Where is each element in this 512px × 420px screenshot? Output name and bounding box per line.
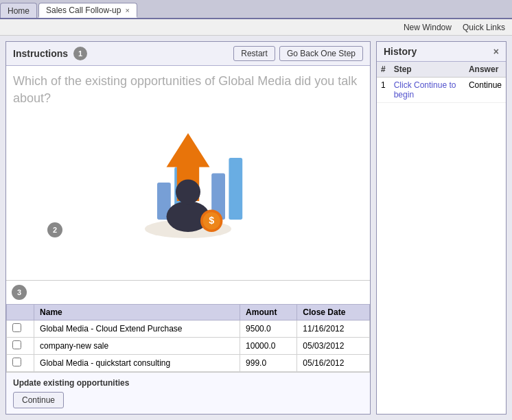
panel-content: Which of the existing opportunities of G… [6,66,370,280]
table-row: company-new sale 10000.0 05/03/2012 [7,338,370,355]
col-checkbox [7,305,34,320]
opportunities-table: Name Amount Close Date Global Media - Cl… [6,304,370,372]
row-1-checkbox[interactable] [12,323,21,332]
question-text: Which of the existing opportunities of G… [13,73,363,107]
header-buttons: Restart Go Back One Step [233,46,363,61]
svg-point-7 [176,180,200,205]
illustration-svg: $ [119,121,257,244]
history-header: History × [377,42,506,62]
svg-rect-4 [229,158,242,220]
table-row: Global Media - quickstart consulting 999… [7,355,370,372]
tab-sales-label: Sales Call Follow-up [46,5,121,15]
history-close-button[interactable]: × [493,46,499,57]
history-col-num: # [377,62,390,78]
right-panel: History × # Step Answer 1 Click Continue… [376,41,507,415]
step-2-badge: 2 [47,222,62,237]
left-panel: Instructions 1 Restart Go Back One Step … [5,41,371,415]
tab-home[interactable]: Home [0,3,37,18]
history-table: # Step Answer 1 Click Continue to begin … [377,62,506,103]
main-area: Instructions 1 Restart Go Back One Step … [0,36,512,420]
row-1-name: Global Media - Cloud Extend Purchase [34,320,240,338]
row-3-amount: 999.0 [240,355,297,372]
tab-sales[interactable]: Sales Call Follow-up × [38,3,137,18]
menu-bar: New Window Quick Links [0,19,512,36]
table-row: Global Media - Cloud Extend Purchase 950… [7,320,370,338]
history-title: History [384,46,417,57]
row-2-checkbox[interactable] [12,340,21,349]
quick-links-link[interactable]: Quick Links [463,23,505,32]
history-row-answer: Continue [465,78,506,103]
col-amount: Amount [240,305,297,320]
tab-bar: Home Sales Call Follow-up × [0,0,512,19]
row-3-closedate: 05/16/2012 [297,355,370,372]
step-3-badge: 3 [12,285,27,300]
panel-header: Instructions 1 Restart Go Back One Step [6,42,370,66]
go-back-button[interactable]: Go Back One Step [279,46,363,61]
row-3-name: Global Media - quickstart consulting [34,355,240,372]
restart-button[interactable]: Restart [233,46,275,61]
row-2-name: company-new sale [34,338,240,355]
new-window-link[interactable]: New Window [404,23,452,32]
tab-sales-close[interactable]: × [125,6,129,14]
col-name: Name [34,305,240,320]
table-section: 3 Name Amount Close Date [6,280,370,372]
history-col-step: Step [390,62,465,78]
panel-title: Instructions [13,48,68,59]
continue-button[interactable]: Continue [13,392,64,408]
history-step-link[interactable]: Click Continue to begin [394,80,456,100]
row-2-closedate: 05/03/2012 [297,338,370,355]
history-row: 1 Click Continue to begin Continue [377,78,506,103]
row-1-closedate: 11/16/2012 [297,320,370,338]
col-closedate: Close Date [297,305,370,320]
tab-home-label: Home [8,6,30,16]
history-row-step: Click Continue to begin [390,78,465,103]
illustration: 2 [13,114,363,251]
panel-footer: Update existing opportunities Continue [6,372,370,414]
row-3-checkbox[interactable] [12,358,21,366]
row-2-amount: 10000.0 [240,338,297,355]
footer-label: Update existing opportunities [13,378,363,388]
row-1-amount: 9500.0 [240,320,297,338]
history-col-answer: Answer [465,62,506,78]
step-1-badge: 1 [73,47,87,60]
history-row-num: 1 [377,78,390,103]
svg-text:$: $ [209,215,214,226]
